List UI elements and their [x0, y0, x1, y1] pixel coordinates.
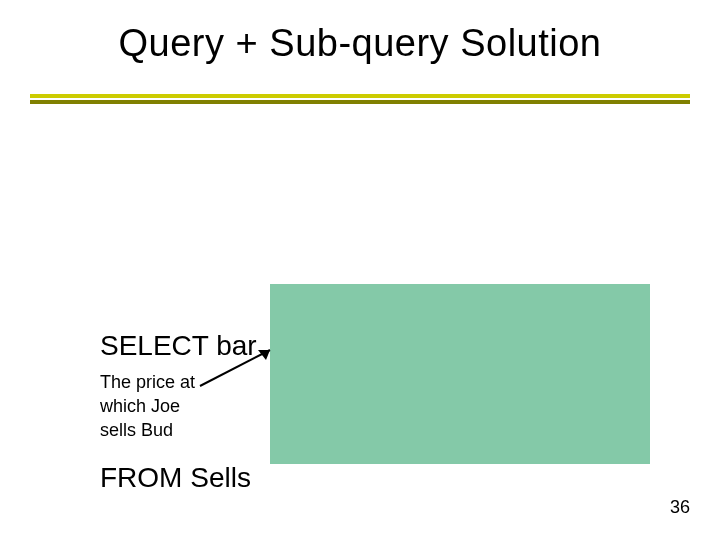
sql-query: SELECT bar FROM Sells WHERE beer = ‘Mill… — [100, 148, 536, 540]
annotation-line-1: The price at — [100, 370, 195, 394]
query-line-1: SELECT bar — [100, 324, 536, 368]
annotation-text: The price at which Joe sells Bud — [100, 370, 195, 442]
query-line-2: FROM Sells — [100, 456, 536, 500]
page-number: 36 — [670, 497, 690, 518]
divider-bottom — [30, 100, 690, 104]
svg-line-0 — [200, 350, 270, 386]
divider-top — [30, 94, 690, 98]
slide-title: Query + Sub-query Solution — [0, 22, 720, 65]
arrow-icon — [192, 344, 282, 394]
annotation-line-3: sells Bud — [100, 418, 195, 442]
annotation-line-2: which Joe — [100, 394, 195, 418]
